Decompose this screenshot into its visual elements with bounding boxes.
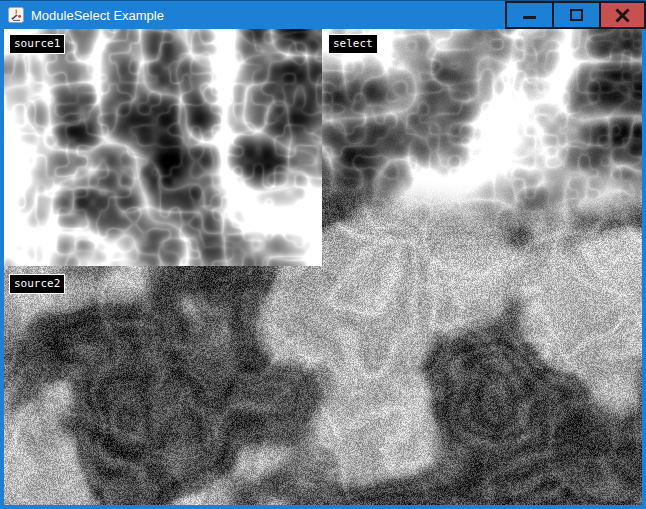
label-source1: source1 — [9, 34, 65, 54]
noise-texture-canvas — [4, 29, 642, 505]
close-button[interactable] — [599, 1, 646, 29]
window-title: ModuleSelect Example — [31, 8, 505, 23]
label-select: select — [328, 34, 378, 54]
render-area: source1 select source2 — [4, 29, 642, 505]
minimize-icon — [523, 16, 536, 19]
java-app-icon — [8, 7, 24, 23]
minimize-button[interactable] — [505, 1, 552, 29]
app-window: ModuleSelect Example source1 select sour… — [0, 0, 646, 509]
window-controls — [505, 1, 646, 29]
maximize-icon — [570, 9, 583, 21]
close-icon — [615, 8, 630, 23]
titlebar[interactable]: ModuleSelect Example — [0, 1, 646, 29]
label-source2: source2 — [9, 274, 65, 294]
maximize-button[interactable] — [552, 1, 599, 29]
